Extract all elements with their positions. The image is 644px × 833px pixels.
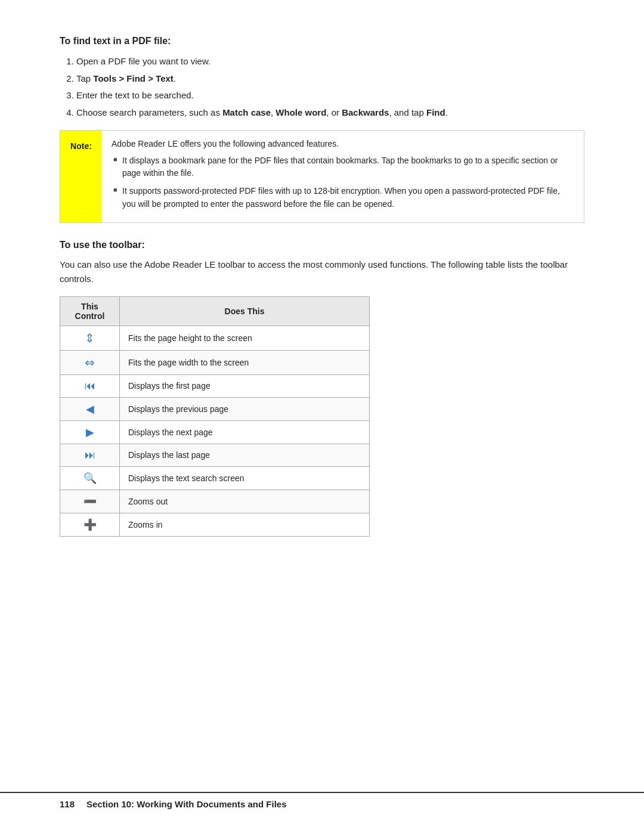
find-text-heading: To find text in a PDF file: — [60, 36, 584, 47]
note-bullets: It displays a bookmark pane for the PDF … — [112, 154, 574, 211]
fit-width-icon — [85, 359, 95, 368]
last-page-icon — [85, 451, 95, 460]
table-row: Displays the previous page — [60, 397, 370, 420]
step-4: Choose search parameters, such as Match … — [76, 106, 584, 120]
table-row: Fits the page width to the screen — [60, 350, 370, 374]
first-page-icon — [85, 382, 95, 391]
table-row: Zooms in — [60, 513, 370, 536]
step-3: Enter the text to be searched. — [76, 89, 584, 103]
table-row: Zooms out — [60, 490, 370, 513]
step-2: Tap Tools > Find > Text. — [76, 72, 584, 86]
steps-list: Open a PDF file you want to view. Tap To… — [76, 55, 584, 119]
note-content: Adobe Reader LE offers you the following… — [102, 131, 584, 222]
icon-cell-zoom-in — [60, 513, 120, 536]
desc-zoom-in: Zooms in — [120, 513, 370, 536]
icon-cell-search — [60, 466, 120, 490]
icon-cell-prev-page — [60, 397, 120, 420]
note-intro: Adobe Reader LE offers you the following… — [112, 138, 574, 151]
desc-last-page: Displays the last page — [120, 444, 370, 466]
note-label: Note: — [60, 131, 102, 222]
page-content: To find text in a PDF file: Open a PDF f… — [0, 0, 644, 584]
footer-page-number: 118 — [60, 799, 75, 809]
desc-search: Displays the text search screen — [120, 466, 370, 490]
toolbar-table: This Control Does This Fits the page hei… — [60, 296, 370, 537]
toolbar-intro: You can also use the Adobe Reader LE too… — [60, 258, 584, 286]
desc-fit-height: Fits the page height to the screen — [120, 326, 370, 350]
note-box: Note: Adobe Reader LE offers you the fol… — [60, 130, 584, 223]
icon-cell-next-page — [60, 420, 120, 444]
desc-zoom-out: Zooms out — [120, 490, 370, 513]
table-row: Displays the next page — [60, 420, 370, 444]
next-page-icon — [86, 428, 94, 438]
table-row: Displays the last page — [60, 444, 370, 466]
desc-first-page: Displays the first page — [120, 374, 370, 397]
icon-cell-zoom-out — [60, 490, 120, 513]
desc-fit-width: Fits the page width to the screen — [120, 350, 370, 374]
col-header-does: Does This — [120, 296, 370, 326]
desc-next-page: Displays the next page — [120, 420, 370, 444]
toolbar-heading: To use the toolbar: — [60, 240, 584, 250]
icon-cell-fit-width — [60, 350, 120, 374]
zoom-out-icon — [83, 497, 97, 507]
table-row: Displays the text search screen — [60, 466, 370, 490]
table-row: Displays the first page — [60, 374, 370, 397]
icon-cell-fit-height — [60, 326, 120, 350]
note-bullet-1: It displays a bookmark pane for the PDF … — [112, 154, 574, 180]
step-1: Open a PDF file you want to view. — [76, 55, 584, 69]
col-header-control: This Control — [60, 296, 120, 326]
icon-cell-first-page — [60, 374, 120, 397]
zoom-in-icon — [83, 521, 97, 530]
table-row: Fits the page height to the screen — [60, 326, 370, 350]
footer-section-title: Section 10: Working With Documents and F… — [86, 799, 286, 809]
icon-cell-last-page — [60, 444, 120, 466]
fit-height-icon — [85, 335, 95, 344]
note-bullet-2: It supports password-protected PDF files… — [112, 185, 574, 210]
desc-prev-page: Displays the previous page — [120, 397, 370, 420]
toolbar-section: To use the toolbar: You can also use the… — [60, 240, 584, 537]
search-icon — [83, 474, 97, 484]
prev-page-icon — [86, 405, 94, 414]
page-footer: 118 Section 10: Working With Documents a… — [0, 792, 644, 809]
